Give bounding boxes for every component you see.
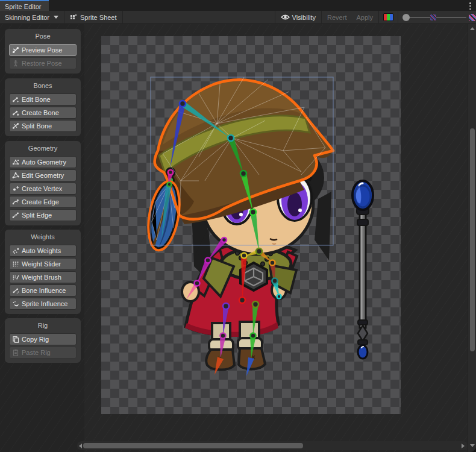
restore-pose-icon bbox=[12, 60, 19, 67]
button-label: Weight Slider bbox=[22, 260, 61, 268]
sprite-canvas-art bbox=[84, 24, 476, 452]
toolbar-separator bbox=[378, 11, 379, 24]
sprite-influence-button[interactable]: Sprite Influence bbox=[9, 298, 77, 310]
edit-geometry-button[interactable]: Edit Geometry bbox=[9, 169, 77, 181]
toolbar: Skinning Editor Sprite Sheet Visibility … bbox=[0, 11, 476, 24]
chevron-down-icon bbox=[54, 16, 58, 19]
button-label: Create Edge bbox=[22, 198, 59, 206]
sprite-editor-window: Sprite Editor Skinning Editor Sprite She… bbox=[0, 0, 476, 452]
geometry-panel: Geometry Auto Geometry Edit Geometry Cre… bbox=[5, 141, 81, 225]
button-label: Sprite Influence bbox=[22, 300, 67, 307]
eye-icon bbox=[281, 14, 290, 20]
scroll-down-icon[interactable] bbox=[470, 444, 475, 447]
sprite-sheet-icon bbox=[70, 14, 78, 21]
auto-geometry-icon bbox=[12, 159, 19, 166]
auto-weights-button[interactable]: Auto Weights bbox=[9, 245, 77, 257]
panel-title: Geometry bbox=[9, 145, 77, 152]
copy-rig-button[interactable]: Copy Rig bbox=[9, 333, 77, 345]
button-label: Create Bone bbox=[22, 109, 59, 116]
sprite-canvas[interactable] bbox=[84, 24, 476, 452]
button-label: Auto Geometry bbox=[22, 159, 66, 166]
split-edge-button[interactable]: Split Edge bbox=[9, 209, 77, 221]
apply-label: Apply bbox=[356, 14, 373, 21]
visibility-button[interactable]: Visibility bbox=[276, 11, 321, 24]
create-vertex-icon bbox=[12, 185, 19, 192]
create-bone-button[interactable]: Create Bone bbox=[9, 107, 77, 119]
create-vertex-button[interactable]: Create Vertex bbox=[9, 183, 77, 195]
toolbar-separator bbox=[398, 11, 398, 24]
tab-strip: Sprite Editor bbox=[0, 0, 476, 11]
sprite-influence-icon bbox=[12, 300, 19, 307]
revert-label: Revert bbox=[327, 14, 346, 21]
bones-panel: Bones Edit Bone Create Bone bbox=[5, 78, 81, 136]
button-label: Split Bone bbox=[22, 122, 52, 130]
create-edge-button[interactable]: Create Edge bbox=[9, 196, 77, 208]
panel-title: Bones bbox=[9, 82, 77, 89]
edit-geometry-icon bbox=[12, 172, 19, 179]
create-edge-icon bbox=[12, 198, 19, 206]
preview-pose-button[interactable]: Preview Pose bbox=[9, 44, 77, 56]
bone-influence-button[interactable]: Bone Influence bbox=[9, 284, 77, 297]
toolbar-separator bbox=[122, 11, 123, 24]
split-bone-icon bbox=[12, 122, 19, 130]
scroll-up-icon[interactable] bbox=[470, 27, 475, 30]
mode-dropdown[interactable]: Skinning Editor bbox=[0, 11, 63, 24]
button-label: Restore Pose bbox=[22, 60, 62, 67]
scroll-right-icon[interactable] bbox=[462, 444, 465, 448]
horizontal-scrollbar-thumb[interactable] bbox=[83, 443, 303, 448]
split-bone-button[interactable]: Split Bone bbox=[9, 120, 77, 132]
bone-opacity-icon bbox=[430, 14, 436, 20]
tab-label: Sprite Editor bbox=[5, 3, 42, 10]
sprite-sheet-label: Sprite Sheet bbox=[80, 14, 117, 21]
apply-button[interactable]: Apply bbox=[351, 11, 378, 24]
slider-handle[interactable] bbox=[402, 14, 410, 21]
weight-slider-icon bbox=[12, 260, 19, 268]
panel-title: Weights bbox=[9, 233, 77, 240]
mode-dropdown-label: Skinning Editor bbox=[5, 14, 49, 21]
edit-bone-button[interactable]: Edit Bone bbox=[9, 93, 77, 105]
tab-sprite-editor[interactable]: Sprite Editor bbox=[0, 0, 49, 11]
toolbar-separator bbox=[321, 11, 322, 24]
button-label: Auto Weights bbox=[22, 247, 61, 254]
scroll-left-icon[interactable] bbox=[79, 444, 82, 448]
weight-brush-button[interactable]: Weight Brush bbox=[9, 271, 77, 283]
auto-weights-icon bbox=[12, 247, 19, 254]
rig-panel: Rig Copy Rig Paste Rig bbox=[5, 318, 81, 363]
button-label: Split Edge bbox=[22, 212, 52, 219]
bone-influence-icon bbox=[12, 287, 19, 294]
panel-title: Pose bbox=[9, 33, 77, 40]
preview-pose-icon bbox=[12, 46, 19, 54]
copy-rig-icon bbox=[12, 336, 19, 343]
visibility-label: Visibility bbox=[292, 14, 316, 21]
vertical-scrollbar-thumb[interactable] bbox=[470, 128, 475, 351]
overlay-opacity-slider[interactable] bbox=[401, 11, 469, 24]
vertical-scrollbar[interactable] bbox=[468, 24, 476, 452]
button-label: Weight Brush bbox=[22, 274, 61, 281]
sprite-sheet-button[interactable]: Sprite Sheet bbox=[65, 11, 122, 24]
button-label: Edit Bone bbox=[22, 96, 51, 103]
blue-swatch bbox=[390, 14, 393, 20]
button-label: Edit Geometry bbox=[22, 172, 64, 179]
revert-button[interactable]: Revert bbox=[322, 11, 351, 24]
split-edge-icon bbox=[12, 212, 19, 219]
weight-brush-icon bbox=[12, 274, 19, 281]
panel-title: Rig bbox=[9, 322, 77, 329]
toolbar-separator bbox=[64, 11, 64, 24]
overlay-color-swatch[interactable] bbox=[383, 13, 393, 21]
button-label: Bone Influence bbox=[22, 287, 66, 294]
weights-opacity-icon bbox=[469, 14, 476, 21]
auto-geometry-button[interactable]: Auto Geometry bbox=[9, 156, 77, 168]
button-label: Create Vertex bbox=[22, 185, 62, 192]
paste-rig-icon bbox=[12, 349, 19, 356]
weights-panel: Weights Auto Weights Weight Slider bbox=[5, 230, 81, 314]
staff-sprite[interactable] bbox=[352, 181, 373, 359]
slider-track bbox=[407, 17, 466, 18]
toolbar-separator bbox=[275, 11, 275, 24]
paste-rig-button[interactable]: Paste Rig bbox=[9, 347, 77, 359]
button-label: Preview Pose bbox=[22, 46, 62, 54]
window-menu-icon[interactable] bbox=[469, 2, 471, 10]
horizontal-scrollbar[interactable] bbox=[77, 441, 468, 450]
pose-panel: Pose Preview Pose Restore Pose bbox=[5, 29, 81, 74]
restore-pose-button[interactable]: Restore Pose bbox=[9, 57, 77, 69]
weight-slider-button[interactable]: Weight Slider bbox=[9, 258, 77, 270]
